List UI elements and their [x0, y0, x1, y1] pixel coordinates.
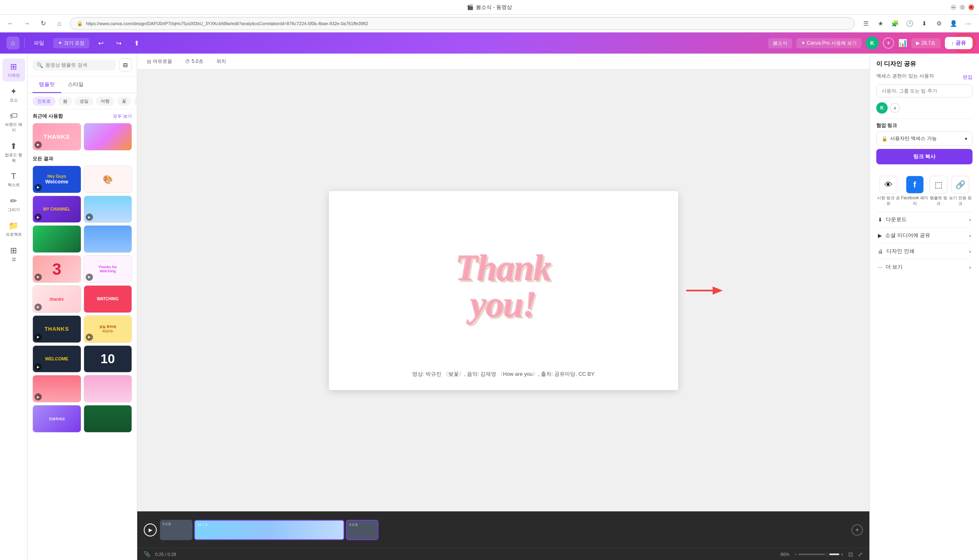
thumb-watching-red[interactable]: WATCHING [84, 285, 132, 313]
sidebar-item-design[interactable]: ⊞ 디자인 [2, 58, 25, 82]
chip-travel[interactable]: 여행 [96, 97, 115, 106]
clock-icon: ⏱ [185, 59, 190, 65]
reader-view-btn[interactable]: ☰ [860, 17, 872, 30]
thumb-portrait[interactable]: ▶ [32, 375, 81, 403]
user-input[interactable] [876, 84, 973, 97]
more-browser-btn[interactable]: ⋯ [962, 17, 974, 30]
close-btn[interactable]: ✕ [968, 4, 974, 10]
timeline-segment-2[interactable]: 18.7초 [194, 520, 344, 540]
bookmark-btn[interactable]: ★ [874, 17, 886, 30]
canva-home-btn[interactable]: ⌂ [6, 37, 19, 50]
thumb-korean1[interactable]: 안녕하세요 [32, 405, 81, 433]
chip-birthday[interactable]: 생일 [75, 97, 93, 106]
note-icon[interactable]: 📎 [144, 551, 150, 557]
forward-btn[interactable]: → [21, 18, 32, 29]
link-access-select[interactable]: 🔒 사용자만 액세스 가능 ▾ [876, 131, 973, 146]
thumb-thanks-dark[interactable]: THANKS ▶ [32, 315, 81, 343]
embed-share[interactable]: ⬚ 템플릿 링크 [929, 176, 948, 207]
print-menu-item[interactable]: 🖨 디자인 인쇄 › [876, 243, 973, 259]
edit-link[interactable]: 편집 [963, 74, 973, 81]
zoom-out-icon[interactable]: − [794, 552, 797, 557]
thumb-welcome-dark[interactable]: WELCOME ▶ [32, 345, 81, 373]
app-link-share[interactable]: 🔗 보기 전용 링크 [948, 176, 973, 207]
extensions-btn[interactable]: 🧩 [889, 17, 901, 30]
thumb-thanks1[interactable]: THANKS ▶ [32, 123, 81, 151]
zoom-slider[interactable] [799, 554, 839, 555]
tab-style[interactable]: 스타일 [61, 77, 90, 93]
facebook-share[interactable]: f Facebook 페이지 [901, 176, 929, 207]
share-btn[interactable]: ↑ 공유 [945, 37, 973, 49]
resize-btn[interactable]: ✦ 크기 조정 [53, 38, 89, 48]
thumb-birthday[interactable]: 생일 축하해 타인아! ▶ [84, 315, 132, 343]
timeline-segment-3[interactable]: 5.0초 [346, 520, 378, 540]
view-all-btn[interactable]: 모두 보기 [113, 113, 132, 119]
file-menu-btn[interactable]: 파일 [30, 38, 48, 48]
undo-btn[interactable]: ↩ [94, 37, 107, 50]
sidebar-item-apps[interactable]: ⊞ 앱 [2, 242, 25, 265]
play-preview-btn[interactable]: ▶ 28.7초 [911, 38, 940, 48]
timeline-add-btn[interactable]: + [851, 524, 863, 536]
chip-flower[interactable]: 꽃 [117, 97, 131, 106]
search-input[interactable] [45, 62, 112, 68]
thumb-landscape[interactable]: ▶ [84, 196, 132, 223]
user-avatar[interactable]: K [866, 37, 879, 50]
home-btn[interactable]: ⌂ [54, 18, 65, 29]
url-bar[interactable]: 🔒 https://www.canva.com/design/DAFfJ0rtP… [70, 17, 855, 30]
chip-intro[interactable]: 인트로 [32, 97, 56, 106]
timeline-play-btn[interactable]: ▶ [144, 523, 157, 536]
sidebar-item-elements[interactable]: ✦ 요소 [2, 83, 25, 106]
minimize-btn[interactable]: — [951, 4, 956, 10]
tab-template[interactable]: 템플릿 [32, 77, 61, 93]
sidebar-item-project[interactable]: 📁 프로젝트 [2, 218, 25, 241]
chip-spring[interactable]: 봄 [58, 97, 72, 106]
thumb-girl[interactable] [84, 375, 132, 403]
thumb-welcome[interactable]: Hey Guys Welcome ▶ [32, 166, 81, 193]
refresh-btn[interactable]: ↻ [37, 18, 49, 29]
search-input-wrap[interactable]: 🔍 [32, 60, 116, 71]
sidebar-item-upload[interactable]: ⬆ 업로드 항목 [2, 138, 25, 167]
zoom-in-icon[interactable]: + [841, 552, 843, 557]
more-menu-item[interactable]: ··· 더 보기 › [876, 259, 973, 275]
view-link-share[interactable]: 👁 시청 링크 공유 [876, 176, 901, 207]
back-btn[interactable]: ← [5, 18, 16, 29]
margin-btn[interactable]: ⊟ 여유로움 [144, 56, 175, 67]
download-menu-item[interactable]: ⬇ 다운로드 › [876, 211, 973, 227]
thumb-forest[interactable] [84, 405, 132, 433]
thumb-colorful1[interactable] [84, 123, 132, 151]
profile-btn[interactable]: 👤 [947, 17, 960, 30]
sidebar-item-brand[interactable]: 🏷 브랜드 패키 [2, 108, 25, 136]
analytics-btn[interactable]: 📊 [898, 39, 907, 47]
thumb-channel[interactable]: MY CHANNEL ▶ [32, 196, 81, 223]
brand-name-btn[interactable]: 봄소식 [768, 38, 792, 48]
position-btn[interactable]: 위치 [213, 56, 229, 67]
chip-game[interactable]: 게임 [134, 97, 137, 106]
thumb-colorful2[interactable]: 🎨 [84, 166, 132, 193]
maximize-btn[interactable]: □ [960, 4, 965, 10]
settings-btn[interactable]: ⚙ [933, 17, 945, 30]
window-controls[interactable]: — □ ✕ [951, 4, 974, 10]
expand-icon[interactable]: ⤢ [858, 551, 863, 558]
upload-quick-btn[interactable]: ⬆ [130, 37, 143, 50]
thumb-countdown[interactable]: 10 [84, 345, 132, 373]
add-collaborator-btn[interactable]: + [883, 37, 894, 49]
history-btn[interactable]: 🕐 [903, 17, 916, 30]
canva-pro-btn[interactable]: ✦ Canva Pro 사용해 보기 [796, 38, 862, 48]
thumb-landscape2[interactable] [84, 225, 132, 253]
duration-btn[interactable]: ⏱ 5.0초 [182, 56, 207, 67]
sidebar-item-text[interactable]: T 텍스트 [2, 168, 25, 191]
copy-link-btn[interactable]: 링크 복사 [876, 149, 973, 164]
thumb-thanks-small[interactable]: thanks ▶ [32, 285, 81, 313]
download-browser-btn[interactable]: ⬇ [918, 17, 930, 30]
add-user-btn[interactable]: + [890, 103, 900, 113]
redo-btn[interactable]: ↪ [112, 37, 125, 50]
play-icon-thanks-watching: ▶ [86, 274, 93, 281]
timeline-segment-1[interactable]: 5.0초 [160, 520, 192, 540]
canvas-slide[interactable]: Thankyou! 영상: 박규진 〈벚꽃〉, 음악: 김재영 〈How are… [329, 191, 678, 390]
thumb-number3[interactable]: 3 ▶ [32, 255, 81, 283]
sidebar-item-draw[interactable]: ✏ 그리기 [2, 193, 25, 216]
thumb-thanks-watching[interactable]: Thanks for Watching ▶ [84, 255, 132, 283]
fit-icon[interactable]: ⊡ [848, 551, 853, 558]
thumb-nature[interactable] [32, 225, 81, 253]
filter-btn[interactable]: ⊟ [119, 58, 132, 71]
social-menu-item[interactable]: ▶ 소셜 미디어에 공유 › [876, 227, 973, 243]
